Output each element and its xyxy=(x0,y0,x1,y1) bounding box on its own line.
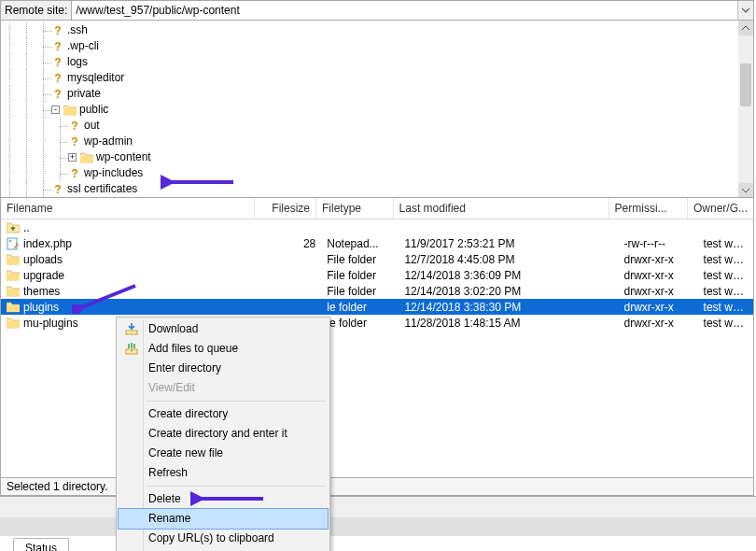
tree-item-label: private xyxy=(67,86,101,102)
col-header-permissions[interactable]: Permissi... xyxy=(609,198,688,219)
list-row[interactable]: mu-pluginsle folder11/28/2018 1:48:15 AM… xyxy=(1,315,753,331)
menu-item[interactable]: Add files to queue xyxy=(119,339,328,359)
file-permissions: drwxr-xr-x xyxy=(618,317,697,330)
menu-item-label: Delete xyxy=(148,492,181,505)
file-type: File folder xyxy=(321,253,399,266)
tree-item[interactable]: +wp-content xyxy=(1,149,753,165)
menu-item[interactable]: Rename xyxy=(118,508,329,530)
add-queue-icon xyxy=(124,341,139,356)
unknown-folder-icon: ? xyxy=(68,135,81,148)
parent-dir-icon xyxy=(7,221,20,234)
status-text: Selected 1 directory. xyxy=(7,480,108,493)
file-name: .. xyxy=(23,221,30,234)
file-type: le folder xyxy=(321,301,399,314)
col-header-filename[interactable]: Filename xyxy=(1,198,255,219)
tree-item[interactable]: -public xyxy=(1,102,753,118)
file-type: File folder xyxy=(321,285,399,298)
file-permissions: drwxr-xr-x xyxy=(618,285,697,298)
file-owner: test ww... xyxy=(698,253,753,266)
file-owner: test ww... xyxy=(698,317,753,330)
remote-site-path[interactable]: /www/test_957/public/wp-content xyxy=(72,1,737,20)
svg-rect-2 xyxy=(126,331,137,334)
menu-item-label: Rename xyxy=(148,512,190,525)
menu-item-label: Create new file xyxy=(148,446,223,459)
unknown-folder-icon: ? xyxy=(51,56,64,69)
list-row[interactable]: uploadsFile folder12/7/2018 4:45:08 PMdr… xyxy=(1,251,753,267)
file-name: mu-plugins xyxy=(23,317,78,330)
collapse-icon[interactable]: - xyxy=(51,106,60,114)
tree-item[interactable]: ?logs xyxy=(1,54,753,70)
tree-item-label: out xyxy=(84,118,100,134)
file-type: File folder xyxy=(321,269,399,282)
menu-item[interactable]: Refresh xyxy=(119,463,328,483)
menu-item[interactable]: Delete xyxy=(119,489,328,509)
tab-status[interactable]: Status xyxy=(13,538,69,551)
svg-point-1 xyxy=(9,240,11,242)
tree-item[interactable]: ?ssl certificates xyxy=(1,181,753,197)
file-owner: test ww... xyxy=(698,285,753,298)
folder-icon xyxy=(7,301,20,314)
menu-item[interactable]: Create directory and enter it xyxy=(119,424,328,444)
col-header-filesize[interactable]: Filesize xyxy=(255,198,316,219)
menu-item-label: Add files to queue xyxy=(148,342,238,355)
list-row[interactable]: index.php28Notepad...11/9/2017 2:53:21 P… xyxy=(1,235,753,251)
menu-item-label: Refresh xyxy=(148,466,188,479)
tree-item[interactable]: ?private xyxy=(1,86,753,102)
file-type: Notepad... xyxy=(321,237,399,250)
file-type: le folder xyxy=(321,317,399,330)
file-modified: 12/7/2018 4:45:08 PM xyxy=(399,253,618,266)
unknown-folder-icon: ? xyxy=(68,167,81,180)
list-row[interactable]: .. xyxy=(1,219,753,235)
file-name: themes xyxy=(23,285,60,298)
file-permissions: drwxr-xr-x xyxy=(618,253,697,266)
tree-item[interactable]: ?out xyxy=(1,118,753,134)
unknown-folder-icon: ? xyxy=(51,40,64,53)
menu-item[interactable]: Copy URL(s) to clipboard xyxy=(119,529,328,548)
folder-icon xyxy=(63,105,77,116)
menu-item[interactable]: Enter directory xyxy=(119,359,328,378)
list-row[interactable]: themesFile folder12/14/2018 3:02:20 PMdr… xyxy=(1,283,753,299)
file-modified: 12/14/2018 3:38:30 PM xyxy=(399,301,618,314)
remote-site-label: Remote site: xyxy=(1,1,72,20)
list-row[interactable]: pluginsle folder12/14/2018 3:38:30 PMdrw… xyxy=(1,299,753,315)
menu-item[interactable]: Create directory xyxy=(119,404,328,424)
col-header-modified[interactable]: Last modified xyxy=(394,198,609,219)
tree-item[interactable]: ?.ssh xyxy=(1,22,753,38)
tree-item[interactable]: ?wp-includes xyxy=(1,165,753,181)
menu-separator xyxy=(147,401,326,402)
unknown-folder-icon: ? xyxy=(51,88,64,101)
col-header-owner[interactable]: Owner/G... xyxy=(688,198,753,219)
file-permissions: -rw-r--r-- xyxy=(618,237,697,250)
list-row[interactable]: upgradeFile folder12/14/2018 3:36:09 PMd… xyxy=(1,267,753,283)
tree-item[interactable]: ?wp-admin xyxy=(1,134,753,149)
tree-item-label: public xyxy=(79,102,108,118)
col-header-filetype[interactable]: Filetype xyxy=(316,198,394,219)
tree-scrollbar[interactable] xyxy=(738,21,753,198)
menu-item-label: Download xyxy=(148,322,198,335)
expand-icon[interactable]: + xyxy=(68,153,77,162)
file-modified: 12/14/2018 3:02:20 PM xyxy=(399,285,618,298)
file-permissions: drwxr-xr-x xyxy=(618,269,697,282)
file-modified: 11/28/2018 1:48:15 AM xyxy=(399,317,618,330)
file-modified: 11/9/2017 2:53:21 PM xyxy=(399,237,618,250)
chevron-up-icon xyxy=(742,24,749,32)
folder-icon xyxy=(7,285,20,298)
file-owner: test ww... xyxy=(698,269,753,282)
tree-item-label: logs xyxy=(67,54,88,70)
tree-item-label: wp-admin xyxy=(84,134,133,149)
tree-item[interactable]: ?mysqleditor xyxy=(1,70,753,86)
tree-item-label: wp-includes xyxy=(84,165,143,181)
menu-item[interactable]: Download xyxy=(119,319,328,339)
tree-item[interactable]: ?.wp-cli xyxy=(1,38,753,54)
folder-icon xyxy=(7,269,20,282)
file-owner: test ww... xyxy=(698,237,753,250)
menu-item: View/Edit xyxy=(119,378,328,398)
unknown-folder-icon: ? xyxy=(68,120,81,133)
menu-item-label: Create directory xyxy=(148,407,228,420)
menu-item[interactable]: Create new file xyxy=(119,444,328,463)
tree-item-label: .wp-cli xyxy=(67,38,99,54)
remote-site-dropdown[interactable] xyxy=(737,1,753,20)
download-icon xyxy=(124,321,139,336)
folder-icon xyxy=(80,152,93,163)
menu-item-label: View/Edit xyxy=(148,381,195,394)
